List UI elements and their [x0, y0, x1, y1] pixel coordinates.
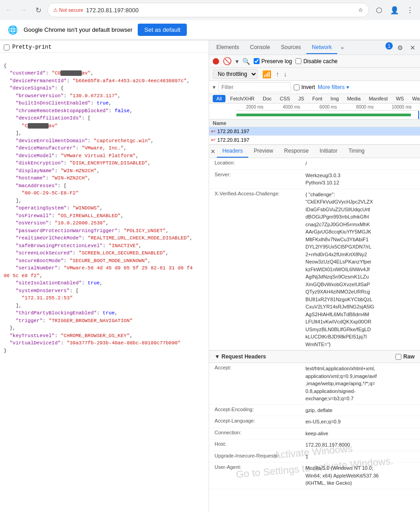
tab-network[interactable]: Network: [306, 41, 337, 54]
profile-button[interactable]: 👤: [388, 4, 401, 16]
menu-button[interactable]: ⋮: [404, 4, 416, 16]
preserve-log-checkbox[interactable]: [254, 58, 260, 64]
request-list-header: Name: [209, 119, 420, 127]
filter-types-bar: All Fetch/XHR Doc CSS JS Font Img Media …: [209, 94, 420, 104]
header-server: Server: Werkzeug/3.0.3Python/3.10.12: [209, 170, 420, 189]
browser-chrome: ← → ↻ ⚠ Not secure 172.20.81.197:8000 ☆ …: [0, 0, 420, 40]
col-name-header: Name: [209, 120, 300, 126]
raw-checkbox[interactable]: [395, 354, 401, 360]
filter-input[interactable]: [218, 82, 291, 92]
devtools-tabs-bar: Elements Console Sources Network » 1 ⚙ ✕: [209, 40, 420, 55]
tab-elements[interactable]: Elements: [211, 41, 245, 54]
marker-6000: 6000 ms: [310, 104, 347, 110]
filter-toggle-button[interactable]: ▾: [235, 58, 239, 65]
filter-manifest[interactable]: Manifest: [365, 95, 391, 102]
json-content: { "customerId": "C0███████av", "devicePe…: [0, 53, 209, 364]
not-secure-indicator: ⚠ Not secure: [53, 7, 83, 13]
address-bar[interactable]: ⚠ Not secure 172.20.81.197:8000 ☆: [47, 3, 369, 17]
pretty-print-checkbox[interactable]: [4, 45, 10, 50]
filter-img[interactable]: Img: [327, 95, 342, 102]
request-row-1[interactable]: ↩ 172.20.81.197: [209, 127, 420, 136]
details-tab-headers[interactable]: Headers: [217, 145, 248, 158]
marker-2000: 2000 ms: [236, 104, 273, 110]
redirect-icon-1: ↩: [211, 128, 215, 134]
toolbar-icons: ⬡ 👤 ⋮: [373, 4, 416, 16]
network-toolbar-row2: No throttling 📶 ↑ ↓: [209, 68, 420, 81]
details-tab-response[interactable]: Response: [279, 145, 314, 158]
marker-8000: 8000 ms: [346, 104, 383, 110]
preserve-log-label[interactable]: Preserve log: [254, 58, 292, 65]
header-accept-language: Accept-Language: en-US,en;q=0.9: [209, 416, 420, 428]
timeline-bar: 2000 ms 4000 ms 6000 ms 8000 ms 10000 ms: [209, 104, 420, 119]
record-button[interactable]: [213, 58, 219, 65]
disable-cache-label[interactable]: Disable cache: [295, 58, 337, 65]
timeline-markers: 2000 ms 4000 ms 6000 ms 8000 ms 10000 ms: [236, 104, 420, 111]
details-tab-preview[interactable]: Preview: [248, 145, 279, 158]
tab-more[interactable]: »: [337, 42, 347, 53]
timeline-visual: [236, 111, 420, 119]
request-name-2: 172.20.81.197: [217, 137, 249, 143]
close-details-button[interactable]: ✕: [209, 145, 217, 158]
details-tab-timing[interactable]: Timing: [343, 145, 370, 158]
header-accept-encoding: Accept-Encoding: gzip, deflate: [209, 405, 420, 417]
marker-10000: 10000 ms: [383, 104, 420, 110]
headers-content: Location: / Server: Werkzeug/3.0.3Python…: [209, 158, 420, 489]
more-filters-button[interactable]: More filters ▾: [318, 84, 349, 90]
star-icon[interactable]: ☆: [358, 7, 363, 13]
browser-toolbar: ← → ↻ ⚠ Not secure 172.20.81.197:8000 ☆ …: [0, 0, 420, 20]
filter-ws[interactable]: WS: [392, 95, 408, 102]
invert-label[interactable]: Invert: [294, 84, 315, 90]
stop-button[interactable]: 🚫: [223, 57, 232, 65]
header-upgrade: Upgrade-Insecure-Requests: 1: [209, 451, 420, 463]
timeline-cursor: [418, 111, 419, 119]
filter-doc[interactable]: Doc: [259, 95, 275, 102]
main-area: Pretty-print { "customerId": "C0███████a…: [0, 40, 420, 512]
back-button[interactable]: ←: [4, 5, 15, 15]
refresh-button[interactable]: ↻: [33, 5, 44, 15]
details-tabs: ✕ Headers Preview Response Initiator Tim…: [209, 145, 420, 158]
notification-bar: 🌐 Google Chrome isn't your default brows…: [0, 20, 420, 40]
filter-js[interactable]: JS: [295, 95, 308, 102]
pretty-print-label: Pretty-print: [12, 44, 51, 50]
console-badge: 1: [385, 42, 393, 50]
notification-text: Google Chrome isn't your default browser: [24, 26, 132, 33]
forward-button[interactable]: →: [18, 5, 29, 15]
header-host: Host: 172.20.81.197:8000: [209, 439, 420, 451]
upload-icon[interactable]: ↑: [276, 70, 279, 78]
set-default-button[interactable]: Set as default: [138, 24, 187, 36]
settings-icon[interactable]: ⚙: [395, 42, 405, 53]
header-user-agent: User-Agent: Mozilla/5.0 (Windows NT 10.0…: [209, 462, 420, 489]
close-devtools-icon[interactable]: ✕: [407, 42, 418, 53]
wifi-icon[interactable]: 📶: [262, 70, 271, 79]
filter-icon: ▾: [213, 84, 215, 90]
throttle-select[interactable]: No throttling: [213, 69, 258, 79]
extensions-button[interactable]: ⬡: [373, 4, 385, 16]
raw-label[interactable]: Raw: [395, 353, 415, 360]
marker-4000: 4000 ms: [273, 104, 310, 110]
filter-font[interactable]: Font: [309, 95, 326, 102]
header-location: Location: /: [209, 158, 420, 170]
filter-css[interactable]: CSS: [276, 95, 294, 102]
download-icon[interactable]: ↓: [284, 70, 287, 78]
filter-wasm[interactable]: Wasm: [409, 95, 420, 102]
devtools-panel: Elements Console Sources Network » 1 ⚙ ✕…: [209, 40, 420, 512]
invert-checkbox[interactable]: [294, 85, 300, 90]
header-accept: Accept: text/html,application/xhtml+xml,…: [209, 363, 420, 405]
request-row-2[interactable]: ↩ 172.20.81.197: [209, 136, 420, 144]
disable-cache-checkbox[interactable]: [295, 58, 301, 64]
request-list: Name ↩ 172.20.81.197 ↩ 172.20.81.197: [209, 119, 420, 145]
header-x-verified: X-Verified-Access-Challenge: { "challeng…: [209, 189, 420, 351]
request-headers-section-title: ▼ Request Headers Raw: [209, 350, 420, 363]
filter-media[interactable]: Media: [343, 95, 364, 102]
details-tab-initiator[interactable]: Initiator: [314, 145, 343, 158]
header-connection: Connection: keep-alive: [209, 428, 420, 440]
search-button[interactable]: 🔍: [242, 58, 250, 65]
tab-sources[interactable]: Sources: [275, 41, 306, 54]
col-waterfall-header: [300, 120, 420, 126]
filter-bar: ▾ Invert More filters ▾: [209, 81, 420, 94]
filter-all[interactable]: All: [213, 95, 225, 102]
tab-console[interactable]: Console: [245, 41, 275, 54]
url-display: 172.20.81.197:8000: [86, 7, 355, 14]
filter-fetch-xhr[interactable]: Fetch/XHR: [226, 95, 258, 102]
json-panel: Pretty-print { "customerId": "C0███████a…: [0, 40, 209, 512]
